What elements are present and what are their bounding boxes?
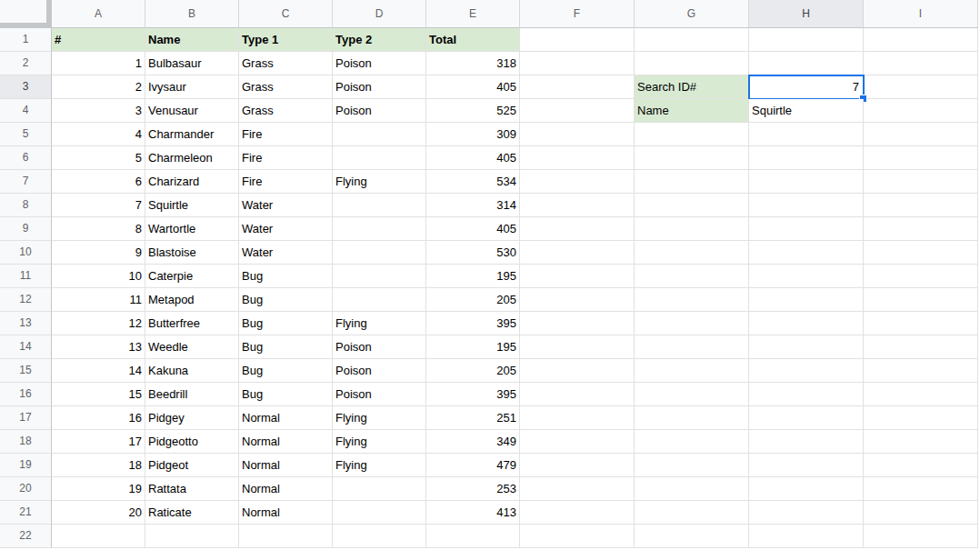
cell-total[interactable]: 405 [426,217,520,241]
cell[interactable] [426,525,520,548]
cell-type1[interactable]: Water [239,217,333,241]
cell-type2[interactable] [333,501,426,525]
cell-type2[interactable]: Poison [333,335,426,359]
cell-id[interactable]: 8 [52,217,145,241]
cell[interactable] [635,335,749,359]
cell-type2[interactable]: Flying [333,430,426,454]
cell[interactable] [749,406,864,430]
cell[interactable] [239,525,333,548]
cell[interactable] [520,335,635,359]
cell-type1[interactable]: Bug [239,312,333,335]
cell-name[interactable]: Beedrill [145,383,239,406]
cell[interactable] [520,28,635,52]
cell-type1[interactable]: Normal [239,501,333,525]
selected-cell[interactable]: 7 [748,75,865,100]
cell-total[interactable]: 309 [426,123,520,146]
cell[interactable] [749,430,864,454]
row-header[interactable]: 14 [0,335,52,359]
column-header[interactable]: C [239,0,333,28]
cell[interactable] [635,123,749,146]
cell[interactable] [635,454,749,477]
cell-total[interactable]: 405 [426,146,520,170]
cell[interactable] [864,241,978,265]
cell-type2[interactable]: Flying [333,312,426,335]
cell-type2[interactable] [333,123,426,146]
cell-type2[interactable]: Flying [333,454,426,477]
header-cell-name[interactable]: Name [145,28,239,52]
cell-name[interactable]: Pidgeot [145,454,239,477]
cell[interactable] [749,477,864,501]
cell-type1[interactable]: Grass [239,75,333,99]
cell-id[interactable]: 2 [52,75,145,99]
cell[interactable] [635,383,749,406]
cell[interactable] [864,217,978,241]
cell[interactable] [520,477,635,501]
cell-name[interactable]: Charmeleon [145,146,239,170]
cell[interactable] [520,525,635,548]
cell-name[interactable]: Charizard [145,170,239,194]
row-header[interactable]: 16 [0,383,52,406]
cell[interactable] [864,146,978,170]
cell-total[interactable]: 251 [426,406,520,430]
cell[interactable] [520,454,635,477]
cell-name[interactable]: Ivysaur [145,75,239,99]
cell-type1[interactable]: Bug [239,359,333,383]
cell[interactable] [864,123,978,146]
cell-total[interactable]: 405 [426,75,520,99]
cell-name[interactable]: Blastoise [145,241,239,265]
cell-type2[interactable] [333,241,426,265]
cell-name[interactable]: Butterfree [145,312,239,335]
cell[interactable] [635,501,749,525]
cell-id[interactable]: 3 [52,99,145,123]
cell-type1[interactable]: Water [239,241,333,265]
cell-type1[interactable]: Normal [239,454,333,477]
cell-type2[interactable]: Poison [333,383,426,406]
row-header[interactable]: 5 [0,123,52,146]
cell-type2[interactable]: Poison [333,52,426,75]
row-header[interactable]: 6 [0,146,52,170]
row-header[interactable]: 20 [0,477,52,501]
cell[interactable] [635,52,749,75]
cell[interactable] [520,170,635,194]
cell[interactable] [520,123,635,146]
row-header[interactable]: 2 [0,52,52,75]
cell[interactable] [520,146,635,170]
row-header[interactable]: 8 [0,194,52,217]
cell[interactable] [520,194,635,217]
row-header[interactable]: 11 [0,265,52,288]
cell-total[interactable]: 318 [426,52,520,75]
name-label-cell[interactable]: Name [635,99,749,123]
cell-name[interactable]: Pidgeotto [145,430,239,454]
cell[interactable] [864,335,978,359]
cell[interactable] [864,525,978,548]
cell-id[interactable]: 13 [52,335,145,359]
cell-name[interactable]: Kakuna [145,359,239,383]
cell-type1[interactable]: Bug [239,383,333,406]
row-header[interactable]: 22 [0,525,52,548]
cell[interactable] [635,359,749,383]
cell[interactable] [749,454,864,477]
cell[interactable] [864,288,978,312]
cell[interactable] [864,406,978,430]
cell-total[interactable]: 349 [426,430,520,454]
cell-total[interactable]: 395 [426,312,520,335]
column-header[interactable]: D [333,0,426,28]
row-header[interactable]: 4 [0,99,52,123]
cell[interactable] [864,99,978,123]
cell-type1[interactable]: Normal [239,406,333,430]
cell-id[interactable]: 9 [52,241,145,265]
cell-id[interactable]: 10 [52,265,145,288]
row-header[interactable]: 12 [0,288,52,312]
row-header[interactable]: 1 [0,28,52,52]
cell-type2[interactable]: Poison [333,359,426,383]
cell-name[interactable]: Raticate [145,501,239,525]
header-cell-total[interactable]: Total [426,28,520,52]
select-all-corner[interactable] [0,0,52,28]
cell-name[interactable]: Bulbasaur [145,52,239,75]
cell[interactable] [520,241,635,265]
cell[interactable] [635,170,749,194]
cell-total[interactable]: 530 [426,241,520,265]
cell[interactable] [749,265,864,288]
cell[interactable] [520,406,635,430]
cell[interactable] [635,406,749,430]
